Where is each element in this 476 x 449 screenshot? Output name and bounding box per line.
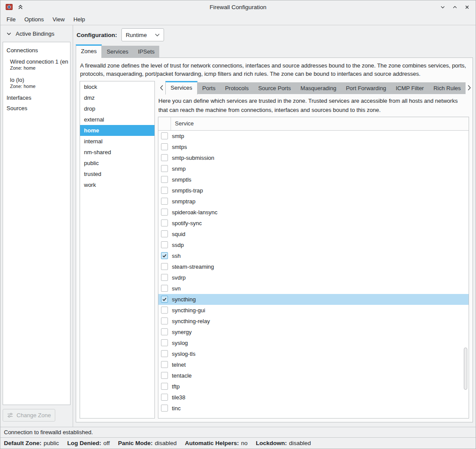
zone-item-internal[interactable]: internal (80, 136, 154, 147)
service-checkbox-syncthing[interactable] (161, 296, 168, 303)
service-checkbox-smtps[interactable] (161, 143, 168, 150)
service-checkbox-ssdp[interactable] (161, 241, 168, 248)
menu-file[interactable]: File (2, 15, 20, 24)
service-row-ssh[interactable]: ssh (158, 250, 469, 261)
service-row-steam-streaming[interactable]: steam-streaming (158, 261, 469, 272)
close-button[interactable] (463, 3, 470, 10)
menu-options[interactable]: Options (20, 15, 48, 24)
service-checkbox-spotify-sync[interactable] (161, 219, 168, 226)
service-checkbox-steam-streaming[interactable] (161, 263, 168, 270)
service-row-snmptrap[interactable]: snmptrap (158, 196, 469, 207)
zone-settings-tab-rich-rules[interactable]: Rich Rules (429, 82, 466, 94)
service-row-spideroak-lansync[interactable]: spideroak-lansync (158, 207, 469, 218)
active-bindings-header[interactable]: Active Bindings (0, 25, 73, 42)
tab-ipsets[interactable]: IPSets (133, 46, 159, 57)
service-row-tftp[interactable]: tftp (158, 381, 469, 392)
service-row-syslog[interactable]: syslog (158, 338, 469, 348)
service-row-tinc[interactable]: tinc (158, 403, 469, 414)
service-row-svdrp[interactable]: svdrp (158, 272, 469, 283)
change-zone-button[interactable]: Change Zone (3, 409, 55, 422)
service-checkbox-smtp[interactable] (161, 132, 168, 139)
service-row-tile38[interactable]: tile38 (158, 392, 469, 403)
service-row-syncthing-gui[interactable]: syncthing-gui (158, 305, 469, 316)
zone-settings-tab-ports[interactable]: Ports (198, 82, 220, 94)
zone-settings-tab-masquerading[interactable]: Masquerading (296, 82, 341, 94)
zone-settings-tab-port-forwarding[interactable]: Port Forwarding (341, 82, 391, 94)
zone-settings-tab-source-ports[interactable]: Source Ports (253, 82, 295, 94)
service-checkbox-ssh[interactable] (161, 252, 168, 259)
zone-item-dmz[interactable]: dmz (80, 92, 154, 103)
service-row-syncthing[interactable]: syncthing (158, 294, 469, 305)
zone-settings-tab-protocols[interactable]: Protocols (220, 82, 253, 94)
zone-item-home[interactable]: home (80, 125, 154, 136)
tab-services[interactable]: Services (102, 46, 133, 57)
zone-settings-tab-icmp-filter[interactable]: ICMP Filter (391, 82, 429, 94)
tab-zones[interactable]: Zones (76, 44, 102, 58)
service-checkbox-tile38[interactable] (161, 394, 168, 401)
minimize-button[interactable] (439, 3, 446, 10)
tree-item-interfaces[interactable]: Interfaces (3, 91, 70, 102)
tab-scroll-right-button[interactable] (466, 81, 473, 95)
zone-settings-tab-services[interactable]: Services (165, 81, 198, 95)
main-tab-bar: ZonesServicesIPSets (76, 44, 473, 57)
service-checkbox-snmp[interactable] (161, 165, 168, 172)
configuration-select[interactable]: Runtime (121, 28, 164, 41)
tab-scroll-left-button[interactable] (158, 81, 165, 95)
connection-item[interactable]: lo (lo) (3, 73, 70, 83)
service-checkbox-svn[interactable] (161, 285, 168, 292)
service-checkbox-syslog[interactable] (161, 339, 168, 346)
service-checkbox-tentacle[interactable] (161, 372, 168, 379)
service-checkbox-snmptls[interactable] (161, 176, 168, 183)
adjust-sliders-icon (7, 412, 13, 419)
service-checkbox-snmptrap[interactable] (161, 198, 168, 205)
service-row-smtps[interactable]: smtps (158, 142, 469, 152)
zone-item-work[interactable]: work (80, 179, 154, 190)
service-name: syncthing-gui (172, 307, 205, 314)
menu-view[interactable]: View (48, 15, 69, 24)
service-checkbox-tinc[interactable] (161, 405, 168, 412)
service-checkbox-syncthing-gui[interactable] (161, 307, 168, 314)
services-scrollbar-thumb[interactable] (464, 348, 467, 390)
service-row-spotify-sync[interactable]: spotify-sync (158, 218, 469, 229)
service-row-syncthing-relay[interactable]: syncthing-relay (158, 316, 469, 327)
service-row-smtp[interactable]: smtp (158, 131, 469, 142)
service-row-tentacle[interactable]: tentacle (158, 370, 469, 381)
service-checkbox-spideroak-lansync[interactable] (161, 209, 168, 216)
tree-item-sources[interactable]: Sources (3, 102, 70, 113)
connection-zone: Zone: home (3, 83, 70, 91)
maximize-button[interactable] (451, 3, 458, 10)
service-checkbox-tftp[interactable] (161, 383, 168, 390)
connection-status-text: Connection to firewalld established. (4, 429, 93, 435)
zone-item-drop[interactable]: drop (80, 103, 154, 114)
service-row-syslog-tls[interactable]: syslog-tls (158, 348, 469, 359)
service-row-telnet[interactable]: telnet (158, 359, 469, 370)
zone-item-nm-shared[interactable]: nm-shared (80, 147, 154, 158)
service-row-smtp-submission[interactable]: smtp-submission (158, 152, 469, 163)
connection-item[interactable]: Wired connection 1 (en (3, 55, 70, 65)
app-icon[interactable] (6, 3, 13, 10)
zone-item-trusted[interactable]: trusted (80, 169, 154, 179)
service-checkbox-squid[interactable] (161, 230, 168, 237)
zone-item-public[interactable]: public (80, 158, 154, 169)
service-checkbox-telnet[interactable] (161, 361, 168, 368)
service-row-svn[interactable]: svn (158, 283, 469, 294)
connection-zone: Zone: home (3, 65, 70, 73)
service-row-snmptls[interactable]: snmptls (158, 174, 469, 185)
service-checkbox-syncthing-relay[interactable] (161, 317, 168, 324)
service-row-snmp[interactable]: snmp (158, 163, 469, 174)
tree-item-connections[interactable]: Connections (3, 46, 70, 55)
service-row-synergy[interactable]: synergy (158, 327, 469, 338)
service-row-squid[interactable]: squid (158, 229, 469, 240)
service-row-ssdp[interactable]: ssdp (158, 240, 469, 250)
zone-item-block[interactable]: block (80, 81, 154, 92)
service-row-snmptls-trap[interactable]: snmptls-trap (158, 185, 469, 196)
window-shade-icon[interactable] (17, 3, 24, 10)
service-checkbox-syslog-tls[interactable] (161, 350, 168, 357)
service-checkbox-svdrp[interactable] (161, 274, 168, 281)
zone-item-external[interactable]: external (80, 114, 154, 125)
status-value-lockdown-: disabled (289, 440, 311, 446)
service-checkbox-synergy[interactable] (161, 328, 168, 335)
service-checkbox-snmptls-trap[interactable] (161, 187, 168, 194)
menu-help[interactable]: Help (69, 15, 90, 24)
service-checkbox-smtp-submission[interactable] (161, 154, 168, 161)
